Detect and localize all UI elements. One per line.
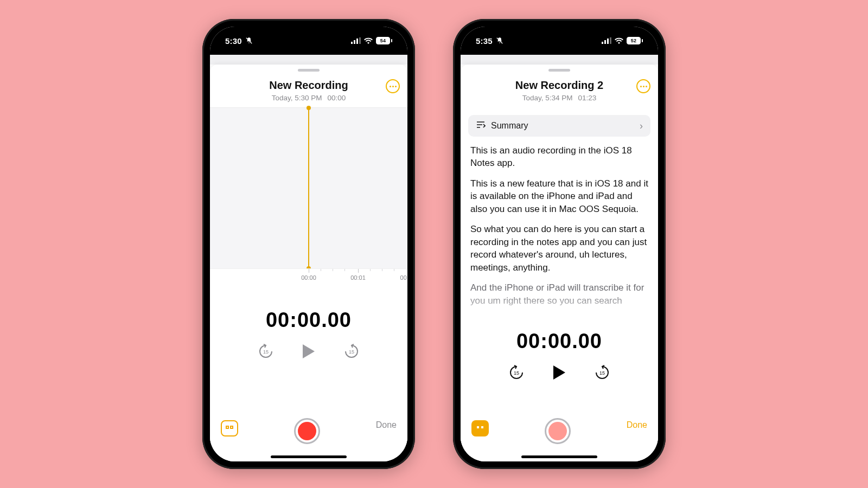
more-options-button[interactable] bbox=[386, 79, 400, 93]
playhead-handle-top bbox=[307, 106, 311, 110]
battery-indicator: 54 bbox=[376, 37, 392, 44]
timeline-ruler[interactable]: 00:00 00:01 00 bbox=[210, 268, 407, 282]
playback-timer: 00:00.00 bbox=[461, 330, 658, 353]
summary-button[interactable]: Summary › bbox=[468, 115, 650, 137]
svg-rect-4 bbox=[359, 37, 361, 44]
record-indicator-icon bbox=[298, 422, 316, 440]
svg-text:15: 15 bbox=[349, 349, 354, 355]
done-button[interactable]: Done bbox=[627, 420, 647, 430]
playhead-line bbox=[308, 108, 309, 268]
playback-controls: 15 15 bbox=[210, 343, 407, 360]
svg-text:15: 15 bbox=[599, 370, 605, 376]
dynamic-island bbox=[528, 34, 591, 52]
transcript-paragraph: This is an audio recording in the iOS 18… bbox=[470, 144, 648, 170]
ellipsis-icon bbox=[390, 86, 397, 87]
recording-title: New Recording 2 bbox=[470, 79, 648, 92]
battery-indicator: 52 bbox=[627, 37, 643, 44]
skip-forward-15-button[interactable]: 15 bbox=[343, 343, 360, 360]
svg-rect-1 bbox=[351, 42, 353, 44]
cellular-icon bbox=[602, 37, 611, 44]
play-button[interactable] bbox=[301, 343, 317, 359]
record-indicator-icon bbox=[548, 422, 567, 440]
recording-header: New Recording Today, 5:30 PM 00:00 bbox=[210, 72, 407, 108]
ellipsis-icon bbox=[640, 86, 647, 87]
svg-rect-3 bbox=[356, 38, 358, 44]
skip-back-15-button[interactable]: 15 bbox=[257, 343, 275, 360]
svg-text:15: 15 bbox=[514, 370, 519, 376]
svg-text:15: 15 bbox=[263, 349, 269, 355]
recording-title: New Recording bbox=[220, 79, 398, 92]
phone-right: 5:35 52 bbox=[453, 19, 666, 469]
phone-left: 5:30 54 bbox=[202, 19, 415, 469]
summary-label: Summary bbox=[491, 121, 528, 131]
home-indicator[interactable] bbox=[521, 455, 597, 458]
playback-timer: 00:00.00 bbox=[210, 309, 407, 332]
skip-forward-15-button[interactable]: 15 bbox=[593, 364, 611, 381]
silent-mode-icon bbox=[245, 37, 253, 44]
recording-header: New Recording 2 Today, 5:34 PM 01:23 bbox=[461, 72, 658, 107]
screen-left: 5:30 54 bbox=[210, 27, 407, 461]
done-button[interactable]: Done bbox=[376, 420, 397, 430]
transcript-toggle-button[interactable] bbox=[471, 420, 489, 436]
recording-duration: 00:00 bbox=[327, 94, 346, 102]
transcript-paragraph: This is a new feature that is in iOS 18 … bbox=[470, 177, 648, 215]
recording-date: Today, 5:34 PM bbox=[522, 94, 573, 102]
wifi-icon bbox=[615, 37, 623, 44]
tick-label-0: 00:00 bbox=[301, 274, 316, 281]
transcript-toggle-button[interactable] bbox=[221, 420, 238, 436]
screen-right: 5:35 52 bbox=[461, 27, 658, 461]
tick-label-2: 00 bbox=[400, 274, 407, 281]
chevron-right-icon: › bbox=[640, 120, 643, 132]
transcript-text[interactable]: This is an audio recording in the iOS 18… bbox=[461, 144, 658, 323]
dynamic-island bbox=[278, 34, 340, 52]
recording-date: Today, 5:30 PM bbox=[272, 94, 322, 102]
cellular-icon bbox=[351, 37, 361, 44]
transcript-paragraph: So what you can do here is you can start… bbox=[470, 223, 648, 274]
bottom-toolbar: Done bbox=[210, 413, 407, 461]
waveform-area[interactable] bbox=[210, 108, 407, 268]
svg-rect-2 bbox=[354, 40, 355, 44]
record-button[interactable] bbox=[545, 418, 571, 444]
transcript-paragraph: And the iPhone or iPad will transcribe i… bbox=[470, 281, 648, 307]
record-button[interactable] bbox=[294, 418, 320, 444]
svg-rect-10 bbox=[607, 38, 609, 44]
svg-rect-9 bbox=[604, 40, 606, 44]
silent-mode-icon bbox=[496, 37, 503, 44]
more-options-button[interactable] bbox=[636, 79, 650, 93]
svg-rect-11 bbox=[610, 37, 611, 44]
playback-controls: 15 15 bbox=[461, 364, 658, 381]
wifi-icon bbox=[364, 37, 373, 44]
bottom-toolbar: Done bbox=[461, 413, 658, 461]
play-button[interactable] bbox=[551, 364, 567, 381]
skip-back-15-button[interactable]: 15 bbox=[508, 364, 525, 381]
home-indicator[interactable] bbox=[271, 455, 347, 458]
recording-duration: 01:23 bbox=[578, 94, 596, 102]
tick-label-1: 00:01 bbox=[350, 274, 366, 281]
svg-rect-8 bbox=[602, 42, 603, 44]
summary-icon bbox=[476, 120, 486, 131]
status-time: 5:35 bbox=[476, 36, 493, 46]
status-time: 5:30 bbox=[225, 36, 242, 46]
